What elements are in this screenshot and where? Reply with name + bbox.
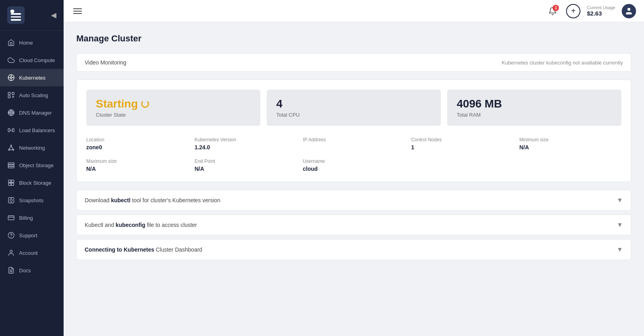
svg-rect-31 bbox=[8, 216, 14, 220]
sidebar-item-cloud-compute[interactable]: Cloud Compute bbox=[0, 51, 64, 69]
sidebar-item-support[interactable]: Support bbox=[0, 227, 64, 244]
detail-end-point-value: N/A bbox=[194, 166, 296, 172]
svg-point-28 bbox=[10, 199, 12, 201]
svg-point-35 bbox=[10, 250, 12, 252]
svg-rect-20 bbox=[8, 163, 14, 164]
detail-empty-2 bbox=[520, 158, 621, 172]
detail-k8s-version-value: 1.24.0 bbox=[194, 144, 296, 150]
svg-rect-5 bbox=[8, 92, 10, 94]
svg-rect-26 bbox=[12, 183, 14, 186]
main-content: 1 + Current Usage $2.63 Manage Cluster V… bbox=[64, 0, 644, 336]
svg-rect-25 bbox=[8, 183, 11, 186]
sidebar-item-block-storage[interactable]: Block Storage bbox=[0, 174, 64, 191]
accordion-dashboard-text: Connecting to Kubernetes Cluster Dashboa… bbox=[85, 246, 202, 253]
detail-control-nodes: Control Nodes 1 bbox=[411, 137, 513, 150]
detail-location-label: Location bbox=[86, 137, 188, 143]
object-storage-icon bbox=[7, 161, 15, 169]
svg-rect-21 bbox=[8, 165, 14, 166]
total-cpu-label: Total CPU bbox=[276, 112, 431, 118]
total-ram-label: Total RAM bbox=[457, 112, 612, 118]
detail-minimum-size-label: Minimum size bbox=[520, 137, 621, 143]
sidebar-item-support-label: Support bbox=[19, 232, 37, 238]
logo-icon bbox=[7, 6, 25, 24]
svg-line-18 bbox=[11, 146, 13, 149]
header-right: 1 + Current Usage $2.63 bbox=[545, 4, 636, 18]
details-row-2: Maximum size N/A End Point N/A Username … bbox=[86, 158, 621, 172]
sidebar-item-auto-scaling[interactable]: Auto Scaling bbox=[0, 86, 64, 104]
hamburger-button[interactable] bbox=[72, 7, 83, 16]
detail-control-nodes-value: 1 bbox=[411, 144, 513, 150]
header-left bbox=[72, 7, 83, 16]
sidebar: ◀ Home Cloud Compute Kubernetes bbox=[0, 0, 64, 336]
accordion-kubeconfig-text: Kubectl and kubeconfig file to access cl… bbox=[85, 222, 197, 228]
sidebar-item-networking-label: Networking bbox=[19, 145, 45, 151]
detail-maximum-size-value: N/A bbox=[86, 166, 188, 172]
sidebar-item-load-balancers-label: Load Balancers bbox=[19, 127, 55, 133]
detail-ip-address-label: IP Address bbox=[303, 137, 405, 143]
detail-username: Username cloud bbox=[303, 158, 405, 172]
sidebar-item-dns-manager[interactable]: DNS Manager bbox=[0, 104, 64, 121]
accordion-kubectl[interactable]: Download kubectl tool for cluster's Kube… bbox=[76, 190, 631, 211]
sidebar-item-billing[interactable]: Billing bbox=[0, 209, 64, 227]
sidebar-item-kubernetes-label: Kubernetes bbox=[19, 75, 46, 81]
block-storage-icon bbox=[7, 179, 15, 187]
cloud-compute-icon bbox=[7, 56, 15, 64]
sidebar-nav: Home Cloud Compute Kubernetes Auto Scali… bbox=[0, 31, 64, 336]
add-button[interactable]: + bbox=[566, 4, 580, 18]
sidebar-logo: ◀ bbox=[0, 0, 64, 31]
starting-text: Starting bbox=[96, 98, 138, 110]
account-icon bbox=[7, 249, 15, 257]
header: 1 + Current Usage $2.63 bbox=[64, 0, 644, 22]
sidebar-item-docs[interactable]: Docs bbox=[0, 262, 64, 279]
stat-card-cluster-state: Starting Cluster State bbox=[86, 90, 260, 126]
sidebar-item-home-label: Home bbox=[19, 40, 33, 46]
sidebar-item-dns-manager-label: DNS Manager bbox=[19, 110, 52, 116]
sidebar-item-object-storage-label: Object Storage bbox=[19, 162, 54, 168]
chevron-down-icon: ▼ bbox=[617, 221, 623, 229]
accordion-kubeconfig[interactable]: Kubectl and kubeconfig file to access cl… bbox=[76, 215, 631, 235]
total-cpu-value: 4 bbox=[276, 98, 431, 110]
sidebar-item-account[interactable]: Account bbox=[0, 244, 64, 262]
chevron-down-icon: ▼ bbox=[617, 246, 623, 253]
detail-empty-1 bbox=[411, 158, 513, 172]
kubernetes-icon bbox=[7, 74, 15, 82]
monitoring-bar: Video Monitoring Kubernetes cluster kube… bbox=[76, 53, 631, 72]
svg-rect-22 bbox=[8, 166, 14, 168]
svg-line-17 bbox=[9, 146, 11, 149]
usage-label: Current Usage bbox=[587, 5, 615, 10]
docs-icon bbox=[7, 266, 15, 274]
detail-end-point: End Point N/A bbox=[194, 158, 296, 172]
sidebar-item-home[interactable]: Home bbox=[0, 34, 64, 51]
sidebar-item-networking[interactable]: Networking bbox=[0, 139, 64, 156]
sidebar-item-cloud-compute-label: Cloud Compute bbox=[19, 57, 55, 63]
sidebar-item-load-balancers[interactable]: Load Balancers bbox=[0, 121, 64, 139]
svg-rect-7 bbox=[8, 96, 10, 98]
sidebar-item-object-storage[interactable]: Object Storage bbox=[0, 156, 64, 174]
notification-button[interactable]: 1 bbox=[545, 4, 560, 18]
detail-minimum-size-value: N/A bbox=[520, 144, 621, 150]
sidebar-item-snapshots[interactable]: Snapshots bbox=[0, 191, 64, 209]
avatar[interactable] bbox=[622, 4, 636, 18]
usage-value: $2.63 bbox=[587, 10, 615, 17]
sidebar-item-docs-label: Docs bbox=[19, 268, 31, 273]
sidebar-item-snapshots-label: Snapshots bbox=[19, 197, 43, 203]
svg-rect-6 bbox=[12, 92, 14, 94]
detail-minimum-size: Minimum size N/A bbox=[520, 137, 621, 150]
sidebar-item-kubernetes[interactable]: Kubernetes bbox=[0, 69, 64, 86]
load-balancers-icon bbox=[7, 126, 15, 134]
detail-location: Location zone0 bbox=[86, 137, 188, 150]
collapse-button[interactable]: ◀ bbox=[51, 11, 56, 20]
notification-badge: 1 bbox=[553, 5, 559, 11]
loading-spinner bbox=[141, 100, 149, 108]
accordion-kubectl-text: Download kubectl tool for cluster's Kube… bbox=[85, 197, 220, 203]
billing-icon bbox=[7, 214, 15, 222]
accordion-dashboard[interactable]: Connecting to Kubernetes Cluster Dashboa… bbox=[76, 239, 631, 260]
detail-maximum-size: Maximum size N/A bbox=[86, 158, 188, 172]
cluster-state-value: Starting bbox=[96, 98, 251, 110]
svg-point-33 bbox=[8, 232, 14, 238]
detail-location-value: zone0 bbox=[86, 144, 188, 150]
stats-container: Starting Cluster State 4 Total CPU 4096 … bbox=[76, 80, 631, 182]
detail-username-value: cloud bbox=[303, 166, 405, 172]
auto-scaling-icon bbox=[7, 91, 15, 99]
stat-card-total-cpu: 4 Total CPU bbox=[267, 90, 441, 126]
